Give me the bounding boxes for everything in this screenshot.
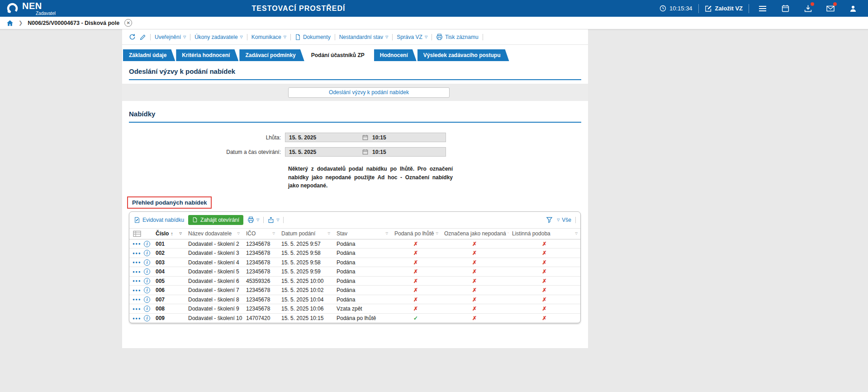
paper-form-mark-icon bbox=[542, 241, 546, 247]
row-menu-icon[interactable]: ●●● bbox=[133, 316, 141, 320]
toolbar-item-dokumenty[interactable]: Dokumenty bbox=[295, 34, 331, 40]
tab-hodnoceni[interactable]: Hodnocení bbox=[374, 49, 417, 61]
row-menu-icon[interactable]: ●●● bbox=[133, 288, 141, 292]
calendar-icon[interactable] bbox=[362, 149, 368, 155]
filter-caret-icon[interactable]: ▽ bbox=[434, 232, 438, 235]
brand[interactable]: NEN Zadavatel bbox=[6, 1, 56, 16]
column-header-cislo[interactable]: Číslo ↑ ▽ bbox=[152, 229, 185, 239]
column-header-ico[interactable]: IČO ▽ bbox=[242, 229, 278, 239]
info-icon[interactable]: i bbox=[144, 278, 150, 284]
cell-supplier-name: Dodavatel - školení 6 bbox=[185, 278, 242, 284]
environment-title: TESTOVACÍ PROSTŘEDÍ bbox=[252, 5, 346, 13]
row-menu-icon[interactable]: ●●● bbox=[133, 270, 141, 274]
table-row[interactable]: ●●● i 007 Dodavatel - školení 8 12345678… bbox=[129, 295, 580, 305]
tab-vysledek-zadavaciho-postupu[interactable]: Výsledek zadávacího postupu bbox=[417, 49, 509, 61]
info-icon[interactable]: i bbox=[144, 241, 150, 247]
send-invitation-button[interactable]: Odeslání výzvy k podání nabídek bbox=[288, 87, 450, 98]
row-menu-icon[interactable]: ●●● bbox=[133, 307, 141, 311]
breadcrumb-item[interactable]: N006/25/V00004673 - Disková pole bbox=[28, 20, 119, 26]
grid-print-button[interactable]: ▽ bbox=[247, 216, 259, 223]
row-menu-icon[interactable]: ●●● bbox=[133, 279, 141, 283]
column-header-stav[interactable]: Stav ▽ bbox=[333, 229, 391, 239]
info-icon[interactable]: i bbox=[144, 287, 150, 293]
toolbar-item-ukony-zadavatele[interactable]: Úkony zadavatele ▽ bbox=[194, 34, 243, 40]
deadline-input[interactable]: 15. 5. 2025 10:15 bbox=[285, 133, 446, 142]
toolbar-item-komunikace[interactable]: Komunikace ▽ bbox=[251, 34, 286, 40]
filter-icon[interactable] bbox=[546, 216, 553, 223]
opening-input[interactable]: 15. 5. 2025 10:15 bbox=[285, 147, 446, 157]
column-label: Označena jako nepodaná bbox=[444, 230, 506, 237]
filter-caret-icon[interactable]: ▽ bbox=[236, 232, 240, 235]
toolbar-item-uverejneni[interactable]: Uveřejnění ▽ bbox=[155, 34, 186, 40]
tab-zakladni-udaje[interactable]: Základní údaje bbox=[123, 49, 175, 61]
filter-caret-icon[interactable]: ▽ bbox=[574, 232, 578, 235]
row-actions-cell: ●●● i bbox=[129, 278, 152, 284]
close-tab-icon[interactable]: ✕ bbox=[124, 19, 132, 27]
table-row[interactable]: ●●● i 005 Dodavatel - školení 6 45359326… bbox=[129, 277, 580, 286]
toolbar-item-label: Dokumenty bbox=[303, 34, 331, 40]
info-icon[interactable]: i bbox=[144, 315, 150, 321]
info-icon[interactable]: i bbox=[144, 296, 150, 303]
row-menu-icon[interactable]: ●●● bbox=[133, 260, 141, 264]
toolbar-item-sprava-vz[interactable]: Správa VZ ▽ bbox=[397, 34, 427, 40]
cell-marked-unsubmitted bbox=[441, 306, 508, 312]
cell-ico: 45359326 bbox=[242, 278, 278, 284]
column-header-oznacena-jako-nepodana[interactable]: Označena jako nepodaná ▽ bbox=[441, 229, 508, 239]
create-vz-button[interactable]: Založit VZ bbox=[705, 5, 743, 12]
grid-export-button[interactable]: ▽ bbox=[268, 217, 279, 223]
table-row[interactable]: ●●● i 002 Dodavatel - školení 3 12345678… bbox=[129, 249, 580, 258]
column-header-datum-podani[interactable]: Datum podání ▽ bbox=[278, 229, 333, 239]
brand-name: NEN bbox=[22, 1, 56, 10]
cell-status: Podána bbox=[333, 241, 391, 247]
filter-caret-icon[interactable]: ▽ bbox=[384, 232, 388, 235]
late-mark-icon bbox=[413, 250, 418, 256]
table-row[interactable]: ●●● i 003 Dodavatel - školení 4 12345678… bbox=[129, 258, 580, 268]
unsubmitted-mark-icon bbox=[472, 315, 477, 321]
edit-icon bbox=[705, 5, 712, 12]
filter-caret-icon[interactable]: ▽ bbox=[271, 232, 275, 235]
pencil-icon[interactable] bbox=[140, 34, 146, 40]
tab-kriteria-hodnoceni[interactable]: Kritéria hodnocení bbox=[176, 49, 238, 61]
column-header-podana-po-lhute[interactable]: Podaná po lhůtě ▽ bbox=[391, 229, 441, 239]
profile-button[interactable] bbox=[845, 2, 861, 15]
table-row[interactable]: ●●● i 008 Dodavatel - školení 9 12345678… bbox=[129, 304, 580, 314]
info-icon[interactable]: i bbox=[144, 306, 150, 312]
register-offer-button[interactable]: Evidovat nabídku bbox=[134, 217, 184, 223]
info-icon[interactable]: i bbox=[144, 268, 150, 275]
tab-zadavaci-podminky[interactable]: Zadávací podmínky bbox=[239, 49, 304, 61]
info-icon[interactable]: i bbox=[144, 259, 150, 266]
cell-ico: 12345678 bbox=[242, 241, 278, 247]
toolbar-item-tisk-zaznamu[interactable]: Tisk záznamu bbox=[436, 33, 479, 40]
tab-podani-ucastniku-zp[interactable]: Podání účastníků ZP bbox=[305, 49, 373, 61]
column-header-nazev-dodavatele[interactable]: Název dodavatele ▽ bbox=[185, 229, 242, 239]
calendar-button[interactable] bbox=[778, 2, 793, 15]
cell-number: 006 bbox=[152, 287, 185, 293]
separator bbox=[247, 34, 247, 40]
separator bbox=[575, 217, 576, 223]
row-actions-cell: ●●● i bbox=[129, 268, 152, 275]
cell-submission-date: 15. 5. 2025 9:57 bbox=[278, 241, 333, 247]
filter-all-dropdown[interactable]: ▽ Vše bbox=[557, 217, 571, 223]
downloads-button[interactable] bbox=[800, 2, 816, 15]
filter-caret-icon[interactable]: ▽ bbox=[178, 232, 182, 235]
filter-caret-icon[interactable]: ▽ bbox=[326, 232, 330, 235]
separator bbox=[290, 34, 291, 40]
row-menu-icon[interactable]: ●●● bbox=[133, 242, 141, 246]
table-row[interactable]: ●●● i 006 Dodavatel - školení 7 12345678… bbox=[129, 286, 580, 295]
toolbar-item-label: Úkony zadavatele bbox=[194, 34, 237, 40]
messages-button[interactable] bbox=[823, 2, 838, 15]
table-row[interactable]: ●●● i 004 Dodavatel - školení 5 12345678… bbox=[129, 267, 580, 277]
history-icon[interactable] bbox=[129, 33, 136, 40]
calendar-icon[interactable] bbox=[362, 134, 368, 140]
column-header-listinna-podoba[interactable]: Listinná podoba ▽ bbox=[508, 229, 580, 239]
toolbar-item-nestandardni-stav[interactable]: Nestandardní stav ▽ bbox=[339, 34, 389, 40]
start-opening-button[interactable]: Zahájit otevírání bbox=[188, 215, 243, 225]
info-icon[interactable]: i bbox=[144, 250, 150, 256]
table-row[interactable]: ●●● i 009 Dodavatel - školení 10 1470742… bbox=[129, 314, 580, 323]
row-menu-icon[interactable]: ●●● bbox=[133, 297, 141, 301]
table-row[interactable]: ●●● i 001 Dodavatel - školení 2 12345678… bbox=[129, 239, 580, 249]
home-icon[interactable] bbox=[6, 19, 14, 27]
row-menu-icon[interactable]: ●●● bbox=[133, 251, 141, 255]
column-chooser-button[interactable] bbox=[129, 229, 152, 239]
menu-button[interactable] bbox=[755, 2, 770, 15]
